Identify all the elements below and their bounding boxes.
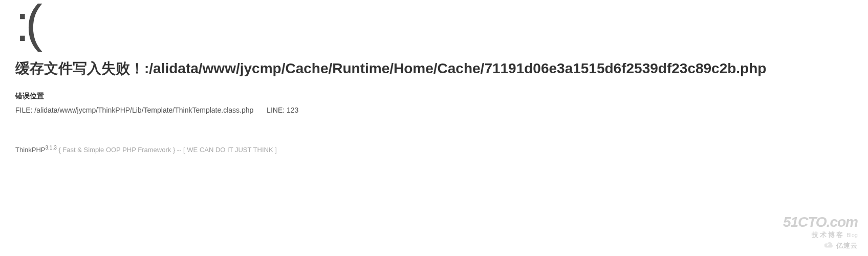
- line-number: 123: [287, 106, 298, 114]
- error-location-detail: FILE: /alidata/www/jycmp/ThinkPHP/Lib/Te…: [15, 106, 853, 114]
- error-location-heading: 错误位置: [15, 92, 853, 101]
- file-label: FILE:: [15, 106, 32, 114]
- framework-footer: ThinkPHP3.1.3 { Fast & Simple OOP PHP Fr…: [15, 145, 853, 154]
- file-path: /alidata/www/jycmp/ThinkPHP/Lib/Template…: [34, 106, 253, 114]
- watermark-sub: 技术博客Blog: [783, 230, 858, 240]
- framework-version: 3.1.3: [46, 145, 57, 151]
- sad-face-icon: :(: [15, 0, 853, 49]
- line-label: LINE:: [267, 106, 285, 114]
- watermark-yun: 亿速云: [836, 241, 858, 250]
- cloud-icon: [823, 241, 834, 251]
- framework-brand: ThinkPHP: [15, 146, 46, 154]
- watermark-blog: Blog: [847, 232, 858, 238]
- watermark-site: 51CTO.com: [783, 215, 858, 229]
- framework-tagline: { Fast & Simple OOP PHP Framework } -- […: [58, 146, 276, 154]
- error-title: 缓存文件写入失败！:/alidata/www/jycmp/Cache/Runti…: [15, 58, 853, 79]
- watermark-sub-text: 技术博客: [812, 231, 844, 239]
- watermark: 51CTO.com 技术博客Blog 亿速云: [783, 215, 858, 251]
